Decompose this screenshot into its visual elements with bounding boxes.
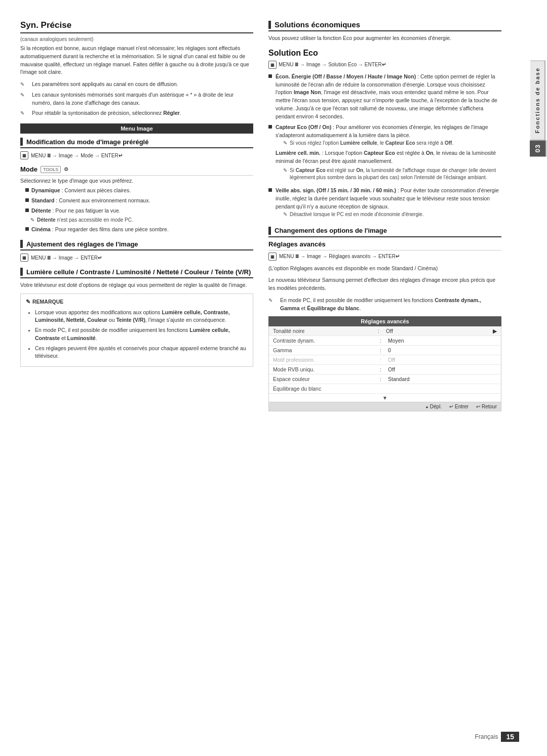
row4-label: Mode RVB uniqu.: [269, 365, 379, 374]
reglages-path-text: MENU Ⅲ → Image → Réglages avancés → ENTE…: [279, 254, 400, 259]
remarque-icon: ✎: [26, 298, 30, 306]
bullet-sq-3: [25, 208, 29, 212]
row4-value: Off: [385, 365, 493, 374]
row6-value: [385, 384, 493, 393]
francais-label: Français: [475, 733, 498, 740]
modification-title: Modification du mode d'image préréglé: [26, 138, 148, 146]
bullet-sq-1: [25, 188, 29, 192]
modification-menu-path: ▦ MENU Ⅲ → Image → Mode → ENTER↵: [20, 151, 253, 159]
solutions-intro: Vous pouvez utiliser la fonction Eco pou…: [268, 34, 501, 43]
ajustement-section: Ajustement des réglages de l'image ▦ MEN…: [20, 240, 253, 262]
page-number-badge: 15: [501, 732, 519, 742]
table-row-2: Gamma : 0: [269, 346, 501, 355]
row5-colon: :: [379, 374, 385, 384]
right-column: Solutions économiques Vous pouvez utilis…: [268, 20, 501, 736]
remarque-item-3: Ces réglages peuvent être ajustés et con…: [35, 345, 248, 361]
veille-abs-text: Veille abs. sign. (Off / 15 min. / 30 mi…: [276, 187, 499, 209]
ajustement-title: Ajustement des réglages de l'image: [26, 240, 138, 248]
nav-retour: ↩ Retour: [476, 404, 497, 409]
reglages-nav: ⬥ Dépl. ↵ Entrer ↩ Retour: [268, 402, 501, 411]
solution-eco-icon: ▦: [268, 61, 277, 69]
row1-arrow: [493, 336, 501, 345]
solutions-section: Solutions économiques Vous pouvez utilis…: [268, 20, 501, 43]
note-text-2: Les canaux syntonisés mémorisés sont mar…: [32, 91, 253, 107]
side-tab-number: 03: [530, 140, 546, 156]
syn-precise-body: Si la réception est bonne, aucun réglage…: [20, 45, 253, 76]
menu-image-bar: Menu Image: [20, 123, 253, 134]
capteur-note-text-1: Si vous réglez l'option Lumière cellule,…: [290, 140, 453, 147]
ajustement-menu-path: ▦ MENU Ⅲ → Image → ENTER↵: [20, 254, 253, 262]
row4-colon: :: [379, 365, 385, 374]
reglages-menu-path: ▦ MENU Ⅲ → Image → Réglages avancés → EN…: [268, 253, 501, 261]
row6-arrow: [493, 384, 501, 393]
nav-depl: ⬥ Dépl.: [425, 404, 442, 409]
row5-value: Standard: [385, 374, 493, 384]
reglages-note1: (L'option Réglages avancés est disponibl…: [268, 265, 501, 273]
row0-label: Tonalité noire: [269, 326, 377, 335]
changement-header: Changement des options de l'image: [268, 227, 501, 237]
lumiere-intro: Votre téléviseur est doté d'options de r…: [20, 281, 253, 289]
row6-colon: [379, 384, 385, 393]
row5-arrow: [493, 374, 501, 384]
reglages-note3-text: En mode PC, il est possible de modifier …: [280, 297, 501, 313]
econ-energie-text: Écon. Énergie (Off / Basse / Moyen / Hau…: [276, 73, 501, 121]
remarque-box: ✎ REMARQUE Lorsque vous apportez des mod…: [20, 293, 253, 367]
lumiere-title: Lumière cellule / Contraste / Luminosité…: [26, 268, 251, 276]
ajustement-bar: [20, 240, 23, 248]
side-tab-label: Fonctions de base: [530, 61, 545, 140]
mode-desc: Sélectionnez le type d'image que vous pr…: [20, 178, 253, 184]
tools-icon: ⚙: [64, 166, 68, 172]
solution-eco-title: Solution Eco: [268, 49, 501, 58]
mode-detente-text: Détente : Pour ne pas fatiguer la vue.: [31, 207, 121, 215]
capteur-eco-content: Capteur Eco (Off / On) : Pour améliorer …: [276, 123, 501, 184]
row3-label: Motif professionn.: [269, 355, 379, 364]
capteur-eco-item: Capteur Eco (Off / On) : Pour améliorer …: [268, 123, 501, 184]
changement-section: Changement des options de l'image Réglag…: [268, 227, 501, 412]
row3-colon: :: [379, 355, 385, 364]
capteur-eco-text: Capteur Eco (Off / On) : Pour améliorer …: [276, 124, 488, 138]
veille-abs-content: Veille abs. sign. (Off / 15 min. / 30 mi…: [276, 187, 501, 220]
note-text-3: Pour rétablir la syntonisation de précis…: [32, 109, 181, 117]
sq-bullet-1: [268, 74, 272, 78]
capteur-eco-note1: ✎ Si vous réglez l'option Lumière cellul…: [276, 140, 501, 147]
reglages-menu-icon: ▦: [268, 253, 277, 261]
syn-precise-note: (canaux analogiques seulement): [20, 36, 253, 42]
table-row-4: Mode RVB uniqu. : Off: [269, 365, 501, 374]
modification-section: Modification du mode d'image préréglé ▦ …: [20, 138, 253, 159]
tools-badge: TOOLS: [41, 166, 61, 173]
ajustement-path-text: MENU Ⅲ → Image → ENTER↵: [31, 255, 102, 261]
page-number-area: Français 15: [475, 732, 519, 742]
lumiere-cell-min: Lumière cell. min. : Lorsque l'option Ca…: [276, 149, 501, 165]
note-item-3: ✎ Pour rétablir la syntonisation de préc…: [20, 109, 253, 117]
mode-dynamique-text: Dynamique : Convient aux pièces claires.: [31, 187, 131, 195]
mode-detente: Détente : Pour ne pas fatiguer la vue.: [20, 207, 253, 215]
reglages-table: Tonalité noire : Off ▶ Contraste dynam. …: [268, 326, 501, 402]
row5-label: Espace couleur: [269, 374, 379, 384]
remarque-title: ✎ REMARQUE: [26, 298, 248, 306]
row2-value: 0: [385, 346, 493, 355]
nav-enter: ↵ Entrer: [449, 404, 468, 409]
row0-value: Off: [383, 326, 489, 335]
reglages-section: Réglages avancés ▦ MENU Ⅲ → Image → Régl…: [268, 240, 501, 412]
mode-cinema: Cinéma : Pour regarder des films dans un…: [20, 226, 253, 234]
table-row-1: Contraste dynam. : Moyen: [269, 336, 501, 346]
mode-title: Mode TOOLS ⚙: [20, 165, 253, 176]
table-row-5: Espace couleur : Standard: [269, 374, 501, 384]
lumiere-bar: [20, 268, 23, 276]
table-row-3: Motif professionn. : Off: [269, 355, 501, 365]
note-icon-2: ✎: [20, 91, 29, 107]
mode-detente-note: ✎ Détente n'est pas accessible en mode P…: [20, 217, 253, 224]
table-row-more: ▼: [269, 394, 501, 402]
side-tab: Fonctions de base 03: [529, 0, 547, 756]
note-icon-3: ✎: [20, 109, 29, 117]
capteur-note-text-2: Si Capteur Eco est réglé sur On, la lumi…: [290, 167, 501, 181]
veille-abs-item: Veille abs. sign. (Off / 15 min. / 30 mi…: [268, 187, 501, 220]
reglages-title: Réglages avancés: [268, 240, 501, 250]
mode-cinema-text: Cinéma : Pour regarder des films dans un…: [31, 226, 169, 234]
reglages-title-text: Réglages avancés: [268, 240, 326, 248]
row1-value: Moyen: [385, 336, 493, 345]
solution-eco-section: Solution Eco ▦ MENU Ⅲ → Image → Solution…: [268, 49, 501, 221]
left-column: Syn. Précise (canaux analogiques seuleme…: [20, 20, 253, 736]
veille-note-icon: ✎: [283, 211, 287, 218]
remarque-label: REMARQUE: [32, 298, 63, 306]
